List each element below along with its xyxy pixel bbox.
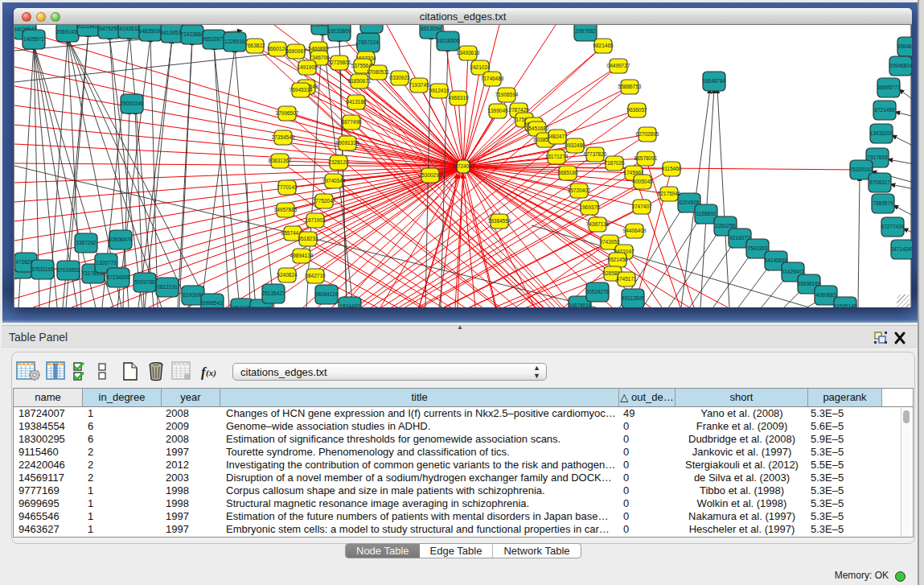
svg-text:1399049: 1399049 xyxy=(487,108,508,113)
svg-text:25300293: 25300293 xyxy=(419,172,442,178)
svg-text:72423884: 72423884 xyxy=(181,31,204,37)
svg-text:25135427: 25135427 xyxy=(262,290,285,296)
svg-text:80112805: 80112805 xyxy=(622,295,645,301)
svg-text:62702895: 62702895 xyxy=(636,131,659,137)
svg-text:1824493: 1824493 xyxy=(339,303,360,307)
svg-text:6475255: 6475255 xyxy=(99,26,120,31)
svg-text:20691406: 20691406 xyxy=(56,29,80,35)
svg-text:98084124: 98084124 xyxy=(315,291,339,297)
svg-text:16648784: 16648784 xyxy=(703,78,726,84)
svg-text:29946804: 29946804 xyxy=(889,63,912,68)
svg-text:7770143: 7770143 xyxy=(277,184,298,190)
svg-text:5009788: 5009788 xyxy=(134,279,155,285)
svg-text:00524278: 00524278 xyxy=(586,289,610,295)
svg-text:67737826: 67737826 xyxy=(584,151,607,157)
svg-text:1969379: 1969379 xyxy=(579,204,600,210)
svg-text:6193990: 6193990 xyxy=(183,292,203,298)
svg-text:87277434: 87277434 xyxy=(881,224,905,229)
svg-text:28809570: 28809570 xyxy=(360,25,384,26)
svg-text:13171274: 13171274 xyxy=(545,154,569,159)
svg-text:7857224: 7857224 xyxy=(358,39,379,45)
svg-text:13433200: 13433200 xyxy=(870,130,893,136)
svg-text:3482477: 3482477 xyxy=(547,134,568,139)
svg-text:1405571: 1405571 xyxy=(23,36,44,42)
svg-text:65648236: 65648236 xyxy=(897,43,912,49)
svg-text:71906594: 71906594 xyxy=(495,92,519,97)
svg-text:6690967: 6690967 xyxy=(285,48,306,54)
svg-text:96532871: 96532871 xyxy=(203,36,226,42)
svg-text:(x): (x) xyxy=(206,368,216,378)
svg-text:4060883: 4060883 xyxy=(815,292,836,298)
svg-text:0330923: 0330923 xyxy=(389,75,410,80)
svg-text:7889579: 7889579 xyxy=(873,200,893,206)
svg-text:1226916: 1226916 xyxy=(224,39,245,44)
svg-text:3747407: 3747407 xyxy=(631,204,652,209)
svg-text:80831367: 80831367 xyxy=(269,158,292,163)
svg-text:8677496: 8677496 xyxy=(341,119,362,125)
svg-text:01429401: 01429401 xyxy=(782,269,805,274)
svg-text:7187026: 7187026 xyxy=(604,160,625,166)
svg-text:82175946: 82175946 xyxy=(658,191,681,196)
svg-text:9521456: 9521456 xyxy=(607,257,628,262)
svg-text:17080531: 17080531 xyxy=(367,69,390,75)
svg-text:87234309: 87234309 xyxy=(107,274,130,280)
svg-text:4192832: 4192832 xyxy=(119,26,140,31)
svg-text:19384554: 19384554 xyxy=(488,218,511,224)
svg-text:99091334: 99091334 xyxy=(336,140,359,146)
svg-text:1491905: 1491905 xyxy=(297,64,318,70)
svg-text:77752047: 77752047 xyxy=(313,198,336,204)
svg-text:3685160: 3685160 xyxy=(557,170,578,175)
svg-text:61595148: 61595148 xyxy=(834,303,857,307)
svg-text:7991183: 7991183 xyxy=(252,306,272,307)
svg-text:67010651: 67010651 xyxy=(57,267,80,273)
svg-text:9115460: 9115460 xyxy=(662,166,682,171)
svg-text:3518233: 3518233 xyxy=(298,236,318,241)
svg-text:76945314: 76945314 xyxy=(290,87,313,93)
svg-text:49894134: 49894134 xyxy=(290,253,314,258)
svg-text:36995777: 36995777 xyxy=(877,84,901,90)
svg-text:8721489: 8721489 xyxy=(874,107,895,113)
svg-text:37996507: 37996507 xyxy=(276,110,299,116)
svg-text:04499727: 04499727 xyxy=(607,63,630,68)
svg-text:7543303: 7543303 xyxy=(747,245,768,251)
svg-text:34957885: 34957885 xyxy=(274,207,298,212)
svg-text:62729806: 62729806 xyxy=(328,60,351,65)
svg-text:1671902: 1671902 xyxy=(305,217,326,223)
svg-text:64835030: 64835030 xyxy=(139,28,162,34)
svg-text:16033809: 16033809 xyxy=(328,28,351,34)
svg-text:13493618: 13493618 xyxy=(457,50,480,56)
svg-text:7663822: 7663822 xyxy=(244,43,265,48)
svg-text:9912419: 9912419 xyxy=(429,88,450,93)
svg-text:9636057: 9636057 xyxy=(626,107,647,113)
svg-text:76320163: 76320163 xyxy=(850,167,873,172)
svg-text:6998543: 6998543 xyxy=(202,300,223,306)
svg-text:7346706: 7346706 xyxy=(309,55,330,60)
svg-text:8813054: 8813054 xyxy=(421,26,441,31)
svg-text:4005045: 4005045 xyxy=(632,179,653,184)
svg-text:3387262: 3387262 xyxy=(76,240,97,245)
svg-text:2421024: 2421024 xyxy=(470,64,491,70)
svg-text:94406409: 94406409 xyxy=(623,228,647,233)
svg-text:9743953: 9743953 xyxy=(599,239,620,245)
svg-text:15720407: 15720407 xyxy=(568,187,591,193)
svg-text:51850671: 51850671 xyxy=(348,78,372,84)
svg-text:0842710: 0842710 xyxy=(305,273,326,278)
svg-text:8660124: 8660124 xyxy=(267,46,288,51)
svg-text:0812191: 0812191 xyxy=(157,284,178,290)
svg-text:3158692: 3158692 xyxy=(696,211,717,216)
svg-text:9821465: 9821465 xyxy=(593,43,614,48)
svg-text:2087682: 2087682 xyxy=(575,28,596,34)
svg-text:7193745: 7193745 xyxy=(409,82,429,88)
svg-text:4745171: 4745171 xyxy=(616,276,637,282)
svg-text:18724007: 18724007 xyxy=(452,163,475,169)
svg-text:7917693: 7917693 xyxy=(867,154,888,160)
svg-text:5240824: 5240824 xyxy=(277,272,298,278)
svg-text:9413186: 9413186 xyxy=(346,99,367,105)
svg-text:86578091: 86578091 xyxy=(634,155,658,161)
svg-text:02606474: 02606474 xyxy=(109,237,133,242)
svg-text:27354549: 27354549 xyxy=(272,134,295,140)
svg-text:55886753: 55886753 xyxy=(618,84,642,89)
svg-text:79740344: 79740344 xyxy=(322,178,346,183)
svg-text:0932480: 0932480 xyxy=(565,142,585,148)
svg-text:2260256: 2260256 xyxy=(715,223,736,229)
